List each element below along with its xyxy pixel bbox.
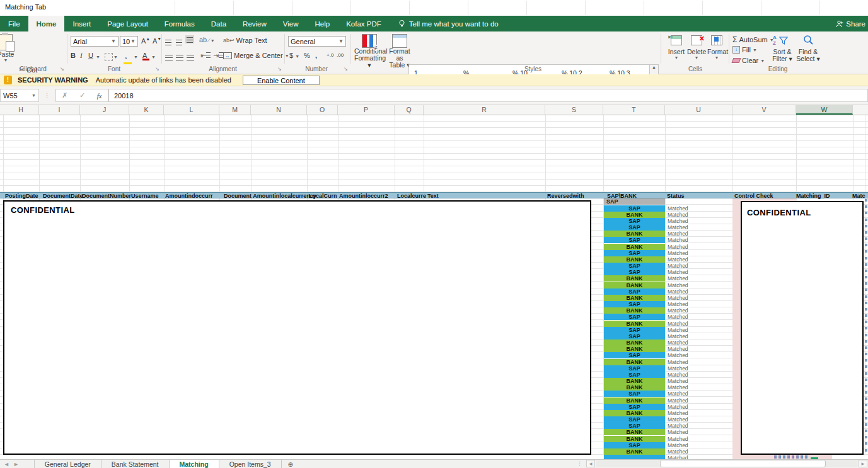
sheet-tab-general-ledger[interactable]: General Ledger — [34, 460, 101, 468]
row-status-cell[interactable]: Matched — [668, 404, 731, 410]
row-status-cell[interactable]: Matched — [668, 288, 731, 295]
table-header-cell[interactable]: Document Amountinlocalcurrency — [224, 193, 316, 200]
column-header-n[interactable]: N — [251, 105, 307, 115]
row-status-cell[interactable]: Matched — [668, 423, 731, 429]
column-header-r[interactable]: R — [424, 105, 545, 115]
align-middle-button[interactable] — [176, 37, 182, 48]
ribbon-tab-insert[interactable]: Insert — [64, 16, 99, 31]
row-status-cell[interactable]: Matched — [668, 416, 731, 423]
ribbon-tab-kofax-pdf[interactable]: Kofax PDF — [338, 16, 390, 31]
ribbon-tab-help[interactable]: Help — [307, 16, 339, 31]
row-status-cell[interactable]: Matched — [668, 436, 731, 442]
row-status-cell[interactable]: Matched — [668, 263, 731, 269]
row-source-cell[interactable]: SAP — [604, 205, 665, 212]
row-status-cell[interactable]: Matched — [668, 237, 731, 243]
find-select-button[interactable]: Find &Select ▾ — [796, 35, 821, 62]
row-status-cell[interactable]: Matched — [668, 340, 731, 346]
column-header-p[interactable]: P — [338, 105, 395, 115]
ribbon-tab-review[interactable]: Review — [234, 16, 275, 31]
row-source-cell[interactable]: BANK — [604, 410, 665, 416]
wrap-text-button[interactable]: ab↩ Wrap Text — [223, 37, 267, 44]
sheet-tab-open-items_3[interactable]: Open Items_3 — [219, 460, 282, 468]
row-source-cell[interactable]: SAP — [604, 423, 665, 429]
row-status-cell[interactable]: Matched — [668, 365, 731, 372]
fill-dropdown-icon[interactable]: ▼ — [134, 55, 138, 59]
row-status-cell[interactable]: Matched — [668, 352, 731, 358]
decrease-decimal-button[interactable]: .00 — [337, 52, 344, 58]
increase-indent-button[interactable]: ⇥ — [213, 52, 223, 60]
sheet-tab-matching[interactable]: Matching — [170, 460, 219, 468]
cancel-icon[interactable]: ✗ — [62, 91, 67, 100]
column-header-h[interactable]: H — [3, 105, 39, 115]
formula-bar-splitter[interactable]: ⋮ — [44, 92, 50, 98]
column-header-i[interactable]: I — [39, 105, 80, 115]
table-header-cell[interactable]: Username — [131, 193, 159, 200]
tell-me-box[interactable]: Tell me what you want to do — [398, 16, 499, 31]
row-source-cell[interactable]: SAP — [604, 333, 665, 340]
borders-icon[interactable] — [105, 53, 113, 61]
column-header-s[interactable]: S — [545, 105, 603, 115]
italic-button[interactable]: I — [80, 52, 83, 59]
row-status-cell[interactable]: Matched — [668, 448, 731, 455]
row-status-cell[interactable]: Matched — [668, 359, 731, 365]
enter-icon[interactable]: ✓ — [79, 91, 85, 100]
row-status-cell[interactable]: Matched — [668, 314, 731, 320]
row-source-cell[interactable]: BANK — [604, 295, 665, 301]
table-header-cell[interactable]: Localcurre — [397, 193, 426, 200]
font-family-combo[interactable]: Arial▼ — [71, 36, 119, 47]
column-header-t[interactable]: T — [603, 105, 665, 115]
alignment-dialog-launcher[interactable]: ↘ — [277, 66, 282, 72]
clear-button[interactable]: Clear ▼ — [732, 57, 765, 64]
row-status-cell[interactable]: Matched — [668, 250, 731, 256]
table-header-cell[interactable]: Control Check — [734, 193, 773, 200]
row-source-cell[interactable]: BANK — [604, 429, 665, 435]
row-status-cell[interactable]: Matched — [668, 275, 731, 282]
autosum-button[interactable]: Σ AutoSum ▼ — [732, 35, 774, 44]
row-status-cell[interactable]: Matched — [668, 410, 731, 416]
row-status-cell[interactable]: Matched — [668, 212, 731, 218]
fill-button[interactable]: ↓ Fill ▼ — [732, 46, 757, 54]
underline-button[interactable]: U — [88, 52, 93, 59]
hscroll-left-icon[interactable]: ◄ — [586, 460, 595, 467]
row-status-cell[interactable]: Matched — [668, 391, 731, 397]
row-status-cell[interactable]: Matched — [668, 269, 731, 275]
row-status-cell[interactable]: Matched — [668, 224, 731, 231]
row-source-cell[interactable]: SAP — [604, 327, 665, 333]
sheet-nav-left-icon[interactable]: ◄ — [0, 460, 13, 468]
row-status-cell[interactable]: Matched — [668, 282, 731, 288]
row-source-cell[interactable]: BANK — [604, 378, 665, 384]
row-source-cell[interactable]: SAP — [604, 218, 665, 224]
row-source-cell[interactable]: BANK — [604, 384, 665, 391]
underline-dropdown-icon[interactable]: ▼ — [96, 55, 100, 59]
row-source-cell[interactable]: SAP — [604, 391, 665, 397]
row-source-cell[interactable]: SAP — [604, 250, 665, 256]
grow-font-button[interactable]: A▲ — [141, 37, 150, 45]
column-header-l[interactable]: L — [164, 105, 219, 115]
sort-filter-button[interactable]: A Z Sort &Filter ▾ — [770, 35, 794, 62]
fill-color-button[interactable]: ◔ — [124, 52, 132, 64]
row-source-cell[interactable]: SAP — [604, 404, 665, 410]
orientation-button[interactable]: ab⟋▼ — [199, 36, 215, 44]
row-source-cell[interactable]: BANK — [604, 231, 665, 237]
row-status-cell[interactable]: Matched — [668, 372, 731, 378]
font-size-combo[interactable]: 10▼ — [120, 36, 138, 47]
horizontal-scrollbar-thumb[interactable] — [660, 460, 826, 467]
name-box[interactable]: W55 ▼ — [0, 89, 39, 102]
row-source-cell[interactable]: BANK — [604, 307, 665, 314]
row-status-cell[interactable]: Matched — [668, 295, 731, 301]
row-source-cell[interactable]: SAP — [604, 288, 665, 295]
row-status-cell[interactable]: Matched — [668, 327, 731, 333]
row-status-cell[interactable]: Matched — [668, 442, 731, 448]
table-header-cell[interactable]: Status — [667, 193, 685, 200]
share-button[interactable]: Share — [836, 16, 868, 31]
insert-function-button[interactable]: fx — [97, 92, 102, 100]
row-source-cell[interactable]: BANK — [604, 282, 665, 288]
table-header-cell[interactable]: Amountindoccurr — [165, 193, 213, 200]
row-source-cell[interactable]: BANK — [604, 436, 665, 442]
bold-button[interactable]: B — [71, 52, 76, 59]
row-status-cell[interactable]: Matched — [668, 231, 731, 237]
column-header-u[interactable]: U — [665, 105, 732, 115]
row-source-cell[interactable]: SAP — [604, 416, 665, 423]
row-source-cell[interactable]: BANK — [604, 275, 665, 282]
table-header-cell[interactable]: SAP\BANK — [607, 193, 637, 200]
